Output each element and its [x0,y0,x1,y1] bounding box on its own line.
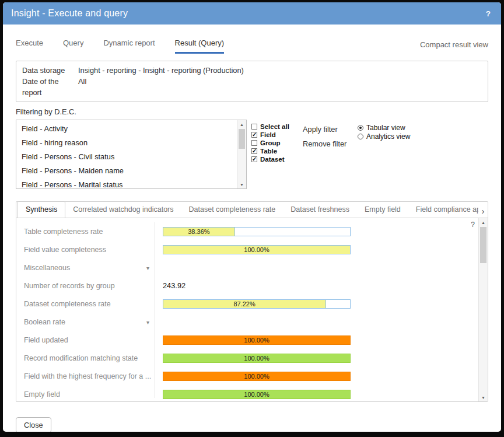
result-tab-correlated-watchdog-indicators[interactable]: Correlated watchdog indicators [65,202,181,218]
tab-result-query[interactable]: Result (Query) [175,39,225,54]
checkbox-select-all[interactable]: Select all [251,123,296,131]
tab-execute[interactable]: Execute [16,39,43,54]
dialog-window: Insight - Execute and query ? ExecuteQue… [3,2,501,432]
info-row: Data storageInsight - reporting - Insigh… [22,65,482,76]
metric-label: Field with the highest frequency for a .… [16,372,155,380]
checkbox-group[interactable]: Group [251,139,296,147]
gauge-fill: 100.00% [163,354,350,362]
results-scrollbar-thumb[interactable] [480,227,487,263]
gauge-fill: 87.22% [163,300,326,308]
result-tab-synthesis[interactable]: Synthesis [18,201,65,218]
checkbox-field[interactable]: ✓Field [251,131,296,139]
metric-label: Field updated [16,336,155,344]
radio-tabular-view[interactable]: Tabular view [358,123,410,132]
metric-label: Field value completeness [16,246,155,254]
list-item[interactable]: Field - Persons - Marital status [16,178,237,188]
scroll-down-icon[interactable]: ▼ [479,393,488,401]
filter-row: Field - ActivityField - hiring reasonFie… [16,120,488,189]
list-item[interactable]: Field - hiring reason [16,136,237,150]
radio-button [358,125,363,131]
metric-gauge: 38.36% [163,227,351,236]
gauge-value: 100.00% [244,391,269,398]
checkbox-label: Dataset [260,156,285,163]
checkbox-dataset[interactable]: ✓Dataset [251,155,296,163]
metric-gauge: 100.00% [163,372,351,381]
remove-filter-button[interactable]: Remove filter [303,139,349,148]
metric-value: 243.92 [163,281,186,290]
main-tab-bar: ExecuteQueryDynamic reportResult (Query)… [16,39,488,54]
gauge-track: 100.00% [163,390,351,399]
close-button[interactable]: Close [16,417,51,432]
apply-filter-button[interactable]: Apply filter [303,125,349,134]
metric-label: Record modification matching state [16,354,155,362]
metric-gauge: 100.00% [163,335,351,345]
gauge-fill: 100.00% [163,246,350,254]
checkbox-box [251,124,257,130]
checkbox-box: ✓ [251,156,257,162]
main-tab-list: ExecuteQueryDynamic reportResult (Query) [16,39,224,54]
gauge-value: 38.36% [188,228,209,235]
metric-label: Empty field [16,390,155,398]
result-tab-empty-field[interactable]: Empty field [357,202,408,218]
metric-label: Dataset completeness rate [16,300,155,308]
info-value: All [78,76,86,98]
gauge-track: 87.22% [163,299,351,309]
metric-row-empty-field: Empty field100.00% [16,385,478,401]
label-column-divider [155,222,155,398]
titlebar: Insight - Execute and query ? [3,2,501,25]
metrics-list: Table completeness rate38.36%Field value… [16,218,478,401]
gauge-track: 100.00% [163,335,351,345]
report-info-box: Data storageInsight - reporting - Insigh… [16,61,488,102]
tab-dynamic-report[interactable]: Dynamic report [103,39,155,54]
tab-query[interactable]: Query [63,39,83,54]
gauge-fill: 100.00% [163,336,350,344]
radio-analytics-view[interactable]: Analytics view [358,132,410,141]
list-item[interactable]: Field - Persons - Maiden name [16,164,237,178]
metric-row-field-value-completeness: Field value completeness100.00% [16,240,478,258]
gauge-track: 38.36% [163,227,351,236]
metric-label: Boolean rate▾ [16,318,155,326]
metric-row-record-modification-matching-state: Record modification matching state100.00… [16,349,478,367]
result-tab-dataset-completeness-rate[interactable]: Dataset completeness rate [181,202,284,218]
collapse-arrow-icon[interactable]: ▾ [146,319,149,325]
checkbox-label: Group [260,139,281,146]
checkbox-label: Table [260,148,277,155]
result-tab-field-compliance-ap[interactable]: Field compliance ap [408,202,488,218]
metric-gauge: 100.00% [163,245,351,254]
gauge-value: 100.00% [244,355,269,362]
results-tab-bar: SynthesisCorrelated watchdog indicatorsD… [16,202,488,218]
gauge-value: 100.00% [244,246,269,253]
view-options: Tabular viewAnalytics view [358,120,410,189]
gauge-track: 100.00% [163,372,351,381]
dec-filter-list: Field - ActivityField - hiring reasonFie… [16,120,237,188]
checkbox-box [251,140,257,146]
metric-row-number-of-records-by-group: Number of records by group243.92 [16,277,478,295]
collapse-arrow-icon[interactable]: ▾ [146,264,149,271]
result-tab-dataset-freshness[interactable]: Dataset freshness [283,202,357,218]
gauge-value: 87.22% [233,300,255,307]
tab-overflow-chevron-icon[interactable]: › [478,204,488,217]
gauge-fill: 38.36% [163,228,235,236]
help-icon[interactable]: ? [484,9,493,18]
gauge-value: 100.00% [244,373,269,380]
checkbox-table[interactable]: ✓Table [251,147,296,155]
metric-gauge: 100.00% [163,354,351,363]
info-label: Date of the report [22,76,78,98]
list-item[interactable]: Field - Persons - Civil status [16,150,237,164]
dec-filter-listbox[interactable]: Field - ActivityField - hiring reasonFie… [16,120,247,189]
scroll-down-icon[interactable]: ▼ [237,180,246,188]
listbox-scrollbar-thumb[interactable] [239,129,245,149]
list-item[interactable]: Field - Activity [16,122,237,136]
results-scrollbar[interactable]: ▲ ▼ [478,218,488,401]
metric-row-table-completeness-rate: Table completeness rate38.36% [16,222,478,240]
scroll-up-icon[interactable]: ▲ [479,218,488,226]
listbox-scrollbar[interactable]: ▲ ▼ [237,120,246,188]
metric-row-field-updated: Field updated100.00% [16,331,478,349]
metric-gauge: 100.00% [163,390,351,399]
gauge-track: 100.00% [163,354,351,363]
scroll-up-icon[interactable]: ▲ [237,120,246,128]
compact-result-view-link[interactable]: Compact result view [420,40,488,54]
gauge-fill: 100.00% [163,390,350,398]
metric-row-dataset-completeness-rate: Dataset completeness rate87.22% [16,295,478,313]
gauge-value: 100.00% [244,337,269,344]
